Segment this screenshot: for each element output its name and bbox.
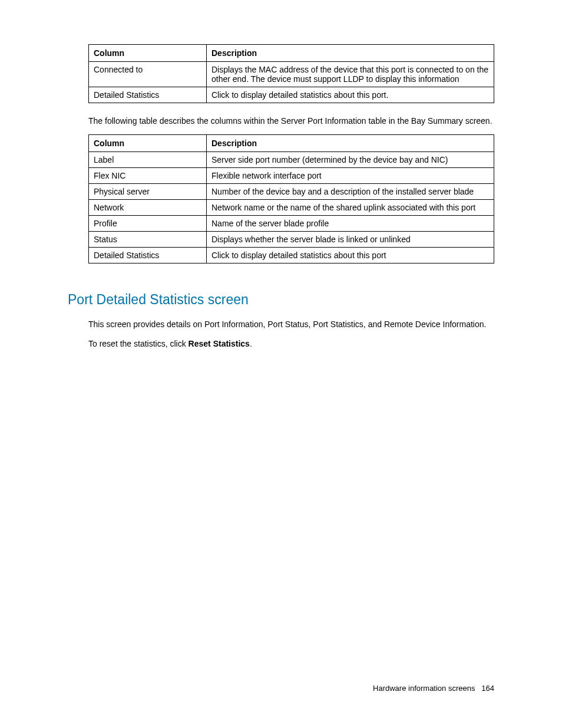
cell: Name of the server blade profile xyxy=(207,216,494,232)
cell: Status xyxy=(89,232,207,248)
table-2: Column Description Label Server side por… xyxy=(88,134,494,263)
table-header-description: Description xyxy=(207,135,494,152)
page-footer: Hardware information screens 164 xyxy=(373,684,494,693)
cell: Click to display detailed statistics abo… xyxy=(207,248,494,263)
cell: Detailed Statistics xyxy=(89,87,207,103)
cell: Physical server xyxy=(89,184,207,200)
reset-suffix: . xyxy=(250,339,252,348)
table-1: Column Description Connected to Displays… xyxy=(88,44,494,103)
table-row: Detailed Statistics Click to display det… xyxy=(89,248,494,263)
footer-label: Hardware information screens xyxy=(373,684,475,693)
reset-bold: Reset Statistics xyxy=(189,339,250,348)
cell: Connected to xyxy=(89,62,207,87)
paragraph: The following table describes the column… xyxy=(88,115,494,127)
table-row: Profile Name of the server blade profile xyxy=(89,216,494,232)
cell: Network xyxy=(89,200,207,216)
cell: Label xyxy=(89,152,207,168)
cell: Displays the MAC address of the device t… xyxy=(207,62,494,87)
cell: Click to display detailed statistics abo… xyxy=(207,87,494,103)
table-header-description: Description xyxy=(207,45,494,62)
cell: Server side port number (determined by t… xyxy=(207,152,494,168)
table-row: Status Displays whether the server blade… xyxy=(89,232,494,248)
table-row: Network Network name or the name of the … xyxy=(89,200,494,216)
cell: Detailed Statistics xyxy=(89,248,207,263)
cell: Flexible network interface port xyxy=(207,168,494,184)
cell: Number of the device bay and a descripti… xyxy=(207,184,494,200)
section-heading: Port Detailed Statistics screen xyxy=(68,292,494,308)
paragraph-reset: To reset the statistics, click Reset Sta… xyxy=(88,338,494,350)
table-row: Detailed Statistics Click to display det… xyxy=(89,87,494,103)
paragraph: This screen provides details on Port Inf… xyxy=(88,318,494,331)
table-row: Label Server side port number (determine… xyxy=(89,152,494,168)
table-row: Flex NIC Flexible network interface port xyxy=(89,168,494,184)
cell: Flex NIC xyxy=(89,168,207,184)
reset-prefix: To reset the statistics, click xyxy=(88,339,189,348)
table-header-column: Column xyxy=(89,45,207,62)
cell: Network name or the name of the shared u… xyxy=(207,200,494,216)
cell: Profile xyxy=(89,216,207,232)
cell: Displays whether the server blade is lin… xyxy=(207,232,494,248)
table-row: Connected to Displays the MAC address of… xyxy=(89,62,494,87)
table-row: Physical server Number of the device bay… xyxy=(89,184,494,200)
table-header-column: Column xyxy=(89,135,207,152)
footer-page-number: 164 xyxy=(481,684,494,693)
